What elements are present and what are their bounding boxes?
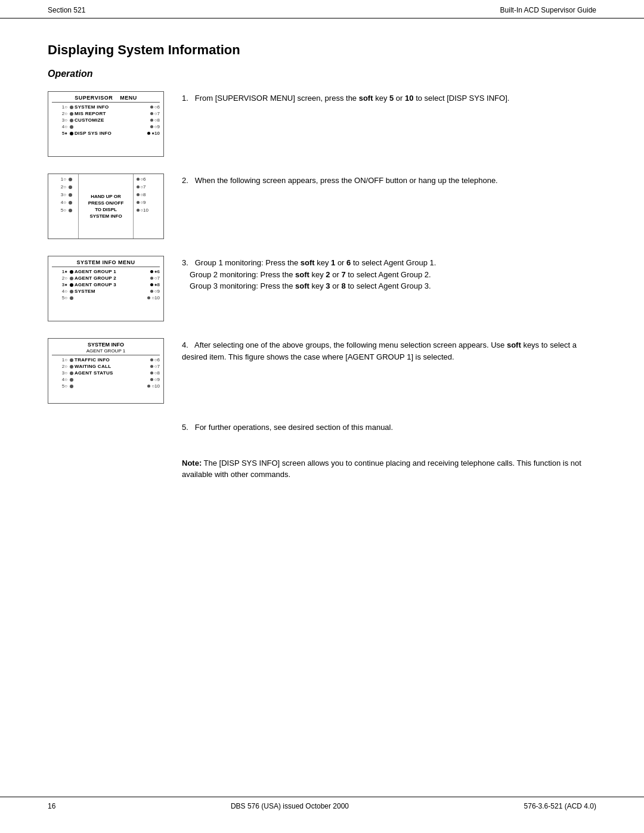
diag4-row5: 5○ ○10 — [52, 383, 160, 389]
diag2-center-text: HAND UP ORPRESS ON/OFFTO DISPLSYSTEM INF… — [88, 193, 124, 220]
diag4-row3: 3○ AGENT STATUS ○8 — [52, 370, 160, 376]
step-4-text: 4. After selecting one of the above grou… — [182, 338, 596, 363]
page-content: Displaying System Information Operation … — [0, 18, 644, 528]
diagram-4: SYSTEM INFO AGENT GROUP 1 1○ TRAFFIC INF… — [48, 338, 164, 404]
page-footer: 16 DBS 576 (USA) issued October 2000 576… — [0, 797, 644, 815]
diag1-row2: 2○ MIS REPORT ○7 — [52, 111, 160, 116]
note-label: Note: — [182, 459, 202, 467]
footer-right: 576-3.6-521 (ACD 4.0) — [524, 802, 596, 810]
instruction-row-4: SYSTEM INFO AGENT GROUP 1 1○ TRAFFIC INF… — [48, 338, 596, 404]
note-text: The [DISP SYS INFO] screen allows you to… — [182, 459, 581, 479]
step-2-text: 2. When the following screen appears, pr… — [182, 174, 596, 187]
step-5-text: 5. For further operations, see desired s… — [182, 420, 596, 433]
diag3-row3: 3● AGENT GROUP 3 ●8 — [52, 282, 160, 287]
diag4-row2: 2○ WAITING CALL ○7 — [52, 364, 160, 369]
diag1-row4: 4○ ○9 — [52, 124, 160, 129]
instruction-row-2: 1○ 2○ 3○ 4○ — [48, 174, 596, 239]
page-title: Displaying System Information — [48, 42, 596, 58]
diag4-row1: 1○ TRAFFIC INFO ○6 — [52, 357, 160, 363]
diagram-2: 1○ 2○ 3○ 4○ — [48, 174, 164, 239]
diagram-3-title: SYSTEM INFO MENU — [52, 259, 160, 267]
diagram-4-title: SYSTEM INFO — [52, 342, 160, 348]
diag3-row2: 2○ AGENT GROUP 2 ○7 — [52, 275, 160, 281]
instruction-row-1: SUPERVISOR MENU 1○ SYSTEM INFO ○6 2○ — [48, 91, 596, 157]
diag3-row5: 5○ ○10 — [52, 295, 160, 301]
note-box: Note: The [DISP SYS INFO] screen allows … — [48, 457, 596, 481]
step-1-text: 1. From [SUPERVISOR MENU] screen, press … — [182, 91, 596, 104]
step-5-num: 5. — [182, 423, 193, 432]
page: Section 521 Built-In ACD Supervisor Guid… — [0, 0, 644, 833]
diag4-row4: 4○ ○9 — [52, 377, 160, 382]
header-right: Built-In ACD Supervisor Guide — [500, 6, 596, 14]
step-1-num: 1. — [182, 94, 193, 103]
diag1-row1: 1○ SYSTEM INFO ○6 — [52, 104, 160, 110]
diagram-1-title: SUPERVISOR MENU — [52, 95, 160, 103]
instructions-area: SUPERVISOR MENU 1○ SYSTEM INFO ○6 2○ — [48, 91, 596, 433]
diag1-row5: 5● DISP SYS INFO ●10 — [52, 131, 160, 136]
page-header: Section 521 Built-In ACD Supervisor Guid… — [0, 0, 644, 18]
instruction-row-3: SYSTEM INFO MENU 1● AGENT GROUP 1 ●6 2○ — [48, 256, 596, 321]
footer-left: 16 — [48, 802, 55, 810]
diagram-4-subtitle: AGENT GROUP 1 — [52, 348, 160, 355]
diag3-row4: 4○ SYSTEM ○9 — [52, 289, 160, 294]
step-4-num: 4. — [182, 340, 193, 349]
diagram-1: SUPERVISOR MENU 1○ SYSTEM INFO ○6 2○ — [48, 91, 164, 157]
diag1-row3: 3○ CUSTOMIZE ○8 — [52, 117, 160, 123]
footer-center: DBS 576 (USA) issued October 2000 — [231, 802, 349, 810]
diag3-row1: 1● AGENT GROUP 1 ●6 — [52, 269, 160, 274]
instruction-row-5: 5. For further operations, see desired s… — [48, 420, 596, 433]
step-3-text: 3. Group 1 monitoring: Press the soft ke… — [182, 256, 596, 292]
diagram-3: SYSTEM INFO MENU 1● AGENT GROUP 1 ●6 2○ — [48, 256, 164, 321]
section-title: Operation — [48, 69, 596, 79]
step-3-num: 3. — [182, 258, 193, 267]
header-left: Section 521 — [48, 6, 85, 14]
step-2-num: 2. — [182, 176, 193, 185]
